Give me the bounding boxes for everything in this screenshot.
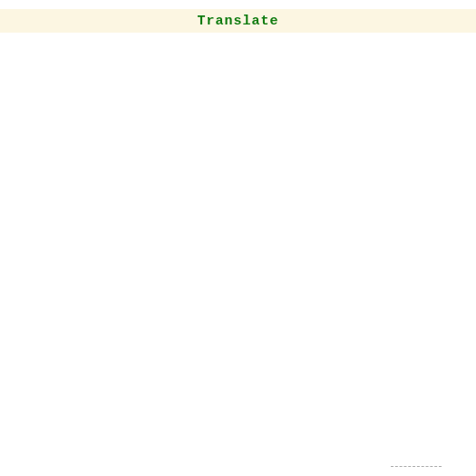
page-title: Translate xyxy=(197,14,278,29)
footer-divider xyxy=(391,466,442,467)
header-bar: Translate xyxy=(0,9,476,33)
